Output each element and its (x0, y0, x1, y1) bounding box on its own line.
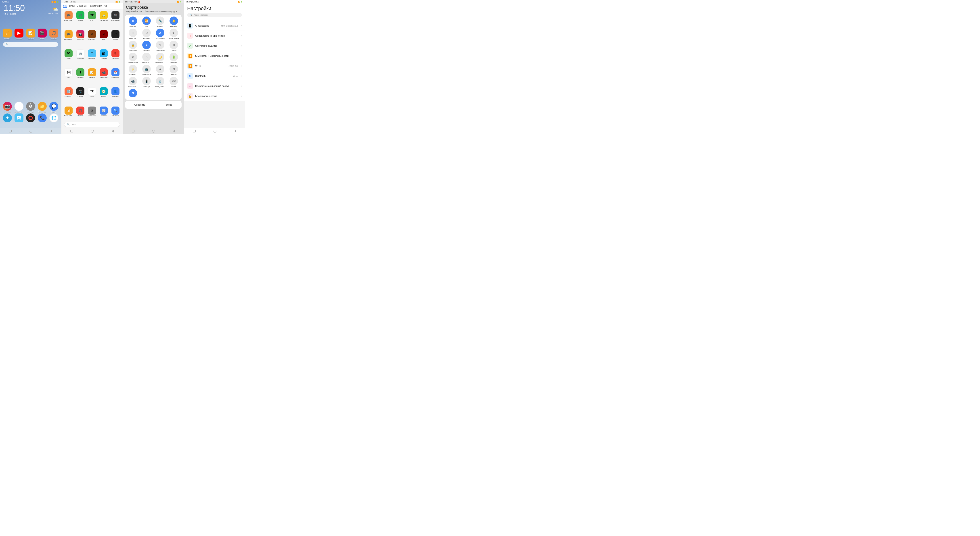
qs-screenrecord[interactable]: 📹 Запись экрана (127, 77, 139, 87)
nav-back-btn-3[interactable] (173, 130, 175, 132)
app-gallery[interactable]: 🖼Галерея (98, 48, 109, 67)
app-camera[interactable]: 📷Камера (75, 86, 86, 105)
qs-reading[interactable]: 👁 Режим чтения (127, 53, 139, 64)
qs-hotspot[interactable]: 📡 Точка доступа (154, 77, 166, 87)
app-label-youtube: YouTube (16, 38, 22, 40)
tab-entertainment[interactable]: Развлечения (89, 5, 102, 8)
settings-search-bar[interactable]: 🔍 Поиск настроек (187, 13, 242, 17)
settings-item-lockscreen[interactable]: 🔒 Блокировка экрана › (184, 91, 245, 101)
tab-social[interactable]: Общение (77, 5, 87, 8)
app-contacts[interactable]: 👤Контакты (110, 86, 121, 105)
qs-icon-cast: 📺 (142, 65, 151, 73)
qs-mishare[interactable]: ◈ Mi Share (154, 65, 166, 75)
app-cleaner[interactable]: 🧹 Очистка (2, 29, 12, 40)
nav-home-btn-3[interactable] (152, 130, 155, 133)
search-field[interactable]: 🔍 Поиск (64, 122, 120, 127)
app-2gis2[interactable]: 🗺2ГИС (63, 48, 74, 67)
app-cod[interactable]: 🎮Call of Duty (110, 10, 121, 29)
app-maps[interactable]: 🗺Карты (87, 86, 97, 105)
app-assistant[interactable]: 🤖Ассистент (75, 48, 86, 67)
qs-wifi[interactable]: 📶 Wi-Fi (140, 16, 153, 27)
tab-games[interactable]: Игры (69, 5, 75, 8)
settings-item-security[interactable]: ✔ Состояние защиты › (184, 41, 245, 51)
settings-item-bluetooth[interactable]: B Bluetooth Откл › (184, 71, 245, 81)
settings-icon-sim: 📶 (187, 53, 193, 59)
tab-photo[interactable]: Фо (105, 5, 107, 8)
dock-photos[interactable]: 🖼 (14, 113, 24, 122)
tab-menu-icon[interactable]: ☰ (118, 4, 121, 8)
settings-item-connection[interactable]: ↔ Подключение и общий доступ › (184, 81, 245, 91)
settings-item-wifi[interactable]: 📶 Wi-Fi ASUS_5G › (184, 61, 245, 71)
qs-powersave[interactable]: ⚡ Экономия эне.. (127, 65, 139, 75)
qs-bluetooth[interactable]: B Bluetooth (140, 29, 153, 39)
app-notes[interactable]: 📝 Заметки (26, 29, 35, 40)
qs-torch[interactable]: 🔦 Фонарик (154, 16, 166, 27)
qs-dnd[interactable]: 🌙 Не беспокоить (154, 53, 166, 64)
dock-camera[interactable]: ⭕ (26, 113, 35, 122)
nav-recent-btn-2[interactable] (70, 130, 73, 132)
qs-silent[interactable]: 🔔 Без звука (167, 16, 180, 27)
qs-autobright[interactable]: A Автояркость (154, 29, 166, 39)
qs-scanner[interactable]: ⊞ Сканер (167, 41, 180, 51)
app-drive[interactable]: 💾Диск (63, 67, 74, 86)
nav-back-btn-2[interactable] (112, 130, 114, 132)
nav-back-btn-4[interactable] (234, 130, 236, 132)
qs-darkmode[interactable]: ☼ Темный режим (140, 53, 153, 64)
tab-all[interactable]: Все (63, 5, 67, 8)
app-inshot[interactable]: 🎬 InShot (37, 29, 47, 40)
nav-back-btn[interactable] (50, 130, 52, 132)
qs-lock[interactable]: 🔒 Блокировка (127, 41, 139, 51)
app-instagram[interactable]: 📷Instagram (75, 29, 86, 47)
app-notes2[interactable]: 📝Заметки (87, 67, 97, 86)
app-downloads[interactable]: ⬇Загрузки (75, 67, 86, 86)
app-spotify[interactable]: 🎵Spotify (75, 10, 86, 29)
nav-home-btn-4[interactable] (213, 130, 216, 133)
qs-cast[interactable]: 📺 Трансляция (140, 65, 153, 75)
app-raid[interactable]: ⚔Raid (98, 29, 109, 47)
app-asphalt[interactable]: 🏎• Asphalt... (110, 29, 121, 47)
dock-phone[interactable]: 📞 (37, 113, 47, 122)
qs-rotation[interactable]: ⟲ Ориентация (154, 41, 166, 51)
app-icon-photos: 🖼 (14, 113, 24, 122)
reset-button[interactable]: Сбросить (130, 102, 150, 107)
qs-float[interactable]: ⊡ Плавающ. (167, 65, 180, 75)
app-compass[interactable]: 🧭Компас (98, 86, 109, 105)
app-music[interactable]: 🎵 Музыка (49, 29, 59, 40)
settings-item-sim[interactable]: 📶 SIM-карты и мобильные сети › (184, 51, 245, 61)
nav-recent-btn-4[interactable] (193, 130, 196, 132)
qs-vibration[interactable]: 📳 Вибрация (140, 77, 153, 87)
qs-screenshot[interactable]: ⊡ Снимок экрана (127, 29, 139, 39)
dock-telegram[interactable]: ✈ (2, 113, 12, 122)
settings-item-update[interactable]: ⬆ Обновление компонентов › (184, 31, 245, 41)
settings-item-about[interactable]: 📱 О телефоне MIUI Global 12.0.3 › (184, 21, 245, 31)
sort-actions: Сбросить Готово (125, 101, 181, 109)
app-security[interactable]: 🛡Безопасн... (87, 48, 97, 67)
app-taxi[interactable]: 🚕Такси Бонд (98, 10, 109, 29)
app-2gis[interactable]: 🗺2ГИС (87, 10, 97, 29)
app-calc[interactable]: 🔢Калькуля... (63, 86, 74, 105)
status-left-4: 15:57 | 0,0 КБ/с (186, 1, 199, 3)
dock-chrome[interactable]: 🌐 (49, 113, 59, 122)
settings-icon-about: 📱 (187, 23, 193, 29)
settings-text-connection: Подключение и общий доступ (195, 85, 239, 87)
qs-location[interactable]: ➤ Местопол. (140, 41, 153, 51)
app-calendar[interactable]: 📅Календарь (110, 67, 121, 86)
nav-home-btn[interactable] (29, 130, 32, 133)
qs-control[interactable]: ✕✕ Управл. (167, 77, 180, 87)
qs-internet[interactable]: ⇅ Интернет (127, 16, 139, 27)
nav-recent-btn[interactable] (9, 130, 12, 132)
app-finalfight[interactable]: ⚔Final Fight... (87, 29, 97, 47)
status-bar-4: 15:57 | 0,0 КБ/с 📶 🔋 (184, 0, 245, 3)
nav-recent-btn-3[interactable] (132, 130, 134, 132)
app-youtube[interactable]: ▶ YouTube (14, 29, 24, 40)
nav-home-btn-2[interactable] (91, 130, 94, 133)
done-button[interactable]: Готово (160, 102, 177, 107)
app-recorder[interactable]: 🎙Диктофон (110, 48, 121, 67)
qs-airplane[interactable]: ✈ Режим полета (167, 29, 180, 39)
qs-nfc[interactable]: N (129, 89, 137, 98)
search-bar[interactable]: 🔍 (3, 42, 58, 47)
app-pubg[interactable]: 🎮PUBG MO... (63, 29, 74, 47)
app-screenrec[interactable]: 📹Запись экр. (98, 67, 109, 86)
qs-battery[interactable]: 🔋 Экономия (167, 53, 180, 64)
app-pirate[interactable]: 🎮Pirate Trea... (63, 10, 74, 29)
